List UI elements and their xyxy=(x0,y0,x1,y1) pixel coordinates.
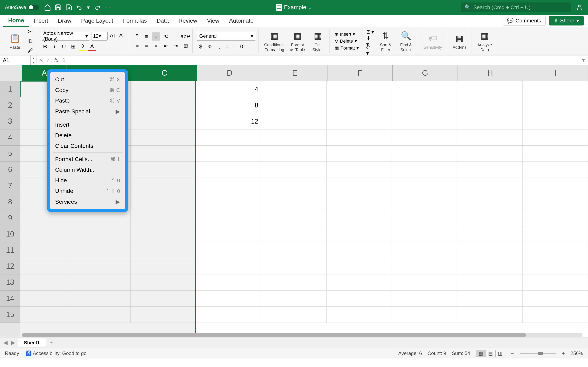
menu-item-cut[interactable]: Cut⌘ X xyxy=(50,74,125,85)
undo-icon[interactable] xyxy=(76,4,83,11)
format-cells-button[interactable]: ▦Format ▾ xyxy=(334,45,360,51)
horizontal-scrollbar[interactable] xyxy=(22,333,582,337)
clear-icon[interactable]: ◇ ▾ xyxy=(366,46,374,54)
cell-E2[interactable] xyxy=(261,97,327,113)
zoom-level[interactable]: 256% xyxy=(571,350,583,356)
cell-G8[interactable] xyxy=(392,194,457,210)
sheet-nav-prev[interactable]: ◀ xyxy=(2,340,9,346)
cell-I15[interactable] xyxy=(523,307,588,323)
increase-decimal-icon[interactable]: .0→ xyxy=(225,43,233,51)
delete-cells-button[interactable]: ⊖Delete ▾ xyxy=(334,38,360,44)
cell-D4[interactable] xyxy=(196,129,261,145)
cell-E3[interactable] xyxy=(261,113,327,129)
increase-font-icon[interactable]: A↑ xyxy=(109,32,117,40)
share-button[interactable]: ⇪ Share ▾ xyxy=(549,16,584,25)
cell-F10[interactable] xyxy=(327,226,392,242)
number-format-select[interactable]: General▾ xyxy=(197,32,256,41)
sheet-nav-next[interactable]: ▶ xyxy=(10,340,16,346)
cell-G1[interactable] xyxy=(392,81,457,97)
cut-icon[interactable]: ✂ xyxy=(26,28,34,36)
row-header-6[interactable]: 6 xyxy=(0,162,20,178)
copy-icon[interactable]: ⧉ xyxy=(26,37,34,45)
row-header-3[interactable]: 3 xyxy=(0,113,20,129)
undo-dropdown-icon[interactable]: ▾ xyxy=(86,4,90,11)
tab-view[interactable]: View xyxy=(202,15,224,27)
comma-icon[interactable]: , xyxy=(215,43,224,51)
addins-button[interactable]: ▦Add-ins xyxy=(450,32,469,50)
cell-F3[interactable] xyxy=(327,113,392,129)
cell-D14[interactable] xyxy=(196,291,261,307)
view-page-layout[interactable]: ▤ xyxy=(486,350,495,357)
cell-E1[interactable] xyxy=(261,81,327,97)
cell-D8[interactable] xyxy=(196,194,261,210)
cell-I2[interactable] xyxy=(523,97,588,113)
cancel-icon[interactable]: ✕ xyxy=(39,58,43,63)
tab-automate[interactable]: Automate xyxy=(224,15,259,27)
cell-I6[interactable] xyxy=(523,162,588,178)
cell-F2[interactable] xyxy=(327,97,392,113)
menu-item-hide[interactable]: Hide⌃ 0 xyxy=(50,175,125,186)
autosave-cloud-icon[interactable] xyxy=(65,4,72,11)
cell-D10[interactable] xyxy=(196,226,261,242)
analyze-data-button[interactable]: ▦Analyze Data xyxy=(476,29,494,53)
border-button[interactable]: ⊞ xyxy=(69,43,77,51)
toggle-switch[interactable] xyxy=(28,5,39,10)
menu-item-insert[interactable]: Insert xyxy=(50,119,125,130)
cell-H5[interactable] xyxy=(457,146,523,161)
cell-I5[interactable] xyxy=(523,146,588,161)
decrease-font-icon[interactable]: A↓ xyxy=(118,32,126,40)
zoom-out-button[interactable]: − xyxy=(511,350,514,356)
menu-item-unhide[interactable]: Unhide⌃ ⇧ 0 xyxy=(50,186,125,196)
accessibility-status[interactable]: ♿ Accessibility: Good to go xyxy=(26,350,86,356)
fill-color-button[interactable]: ◊ xyxy=(79,43,87,51)
cell-E15[interactable] xyxy=(261,307,327,323)
row-header-14[interactable]: 14 xyxy=(0,291,20,307)
search-input[interactable]: 🔍 Search (Cmd + Ctrl + U) xyxy=(461,2,571,12)
row-header-2[interactable]: 2 xyxy=(0,97,20,113)
bold-button[interactable]: B xyxy=(41,43,49,51)
cell-D2[interactable]: 8 xyxy=(196,97,261,113)
italic-button[interactable]: I xyxy=(51,43,59,51)
cell-D1[interactable]: 4 xyxy=(196,81,261,97)
cell-I9[interactable] xyxy=(523,210,588,226)
cell-E8[interactable] xyxy=(261,194,327,210)
cell-F4[interactable] xyxy=(327,129,392,145)
cell-H10[interactable] xyxy=(457,226,523,242)
autosave-toggle[interactable]: AutoSave xyxy=(5,4,39,10)
find-select-button[interactable]: 🔍Find & Select xyxy=(397,29,415,53)
cell-E10[interactable] xyxy=(261,226,327,242)
cell-E12[interactable] xyxy=(261,258,327,274)
share-tray-icon[interactable] xyxy=(576,4,583,11)
cell-D9[interactable] xyxy=(196,210,261,226)
cell-G11[interactable] xyxy=(392,242,457,258)
col-header-f[interactable]: F xyxy=(328,65,393,81)
cell-D12[interactable] xyxy=(196,258,261,274)
decrease-decimal-icon[interactable]: ←.0 xyxy=(234,43,242,51)
cell-I10[interactable] xyxy=(523,226,588,242)
insert-cells-button[interactable]: ⊕Insert ▾ xyxy=(334,31,360,37)
cell-H13[interactable] xyxy=(457,275,523,290)
cell-I13[interactable] xyxy=(523,275,588,290)
cell-F6[interactable] xyxy=(327,162,392,178)
cell-D5[interactable] xyxy=(196,146,261,161)
col-header-h[interactable]: H xyxy=(458,65,523,81)
cell-E4[interactable] xyxy=(261,129,327,145)
cell-D13[interactable] xyxy=(196,275,261,290)
cell-G4[interactable] xyxy=(392,129,457,145)
paste-button[interactable]: 📋 Paste xyxy=(6,32,24,50)
cell-G12[interactable] xyxy=(392,258,457,274)
cell-D3[interactable]: 12 xyxy=(196,113,261,129)
cell-D15[interactable] xyxy=(196,307,261,323)
cell-H11[interactable] xyxy=(457,242,523,258)
cell-G10[interactable] xyxy=(392,226,457,242)
name-box-arrows[interactable]: ▴▾ xyxy=(31,55,37,65)
menu-item-services[interactable]: Services▶ xyxy=(50,196,125,207)
format-painter-icon[interactable]: 🖌 xyxy=(26,47,34,55)
cell-H2[interactable] xyxy=(457,97,523,113)
cell-G2[interactable] xyxy=(392,97,457,113)
wrap-text-icon[interactable]: ab↵ xyxy=(182,33,190,41)
save-icon[interactable] xyxy=(55,4,62,11)
home-icon[interactable] xyxy=(44,4,51,11)
cell-H4[interactable] xyxy=(457,129,523,145)
font-size-select[interactable]: 12 ▾ xyxy=(91,32,108,41)
